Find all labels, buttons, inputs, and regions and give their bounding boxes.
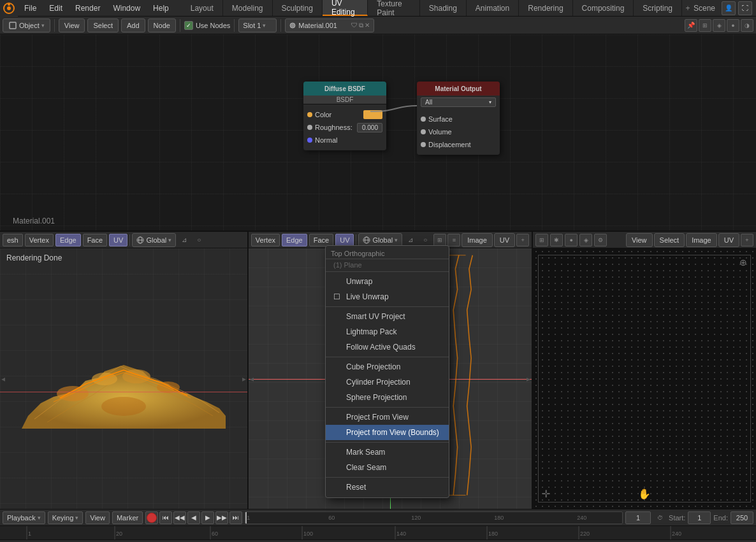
face-mode[interactable]: Face [83,234,107,246]
tab-rendering[interactable]: Rendering [519,0,572,16]
tex-tool5[interactable]: ⚙ [594,234,607,246]
uv-proportional-icon[interactable]: ○ [419,234,432,246]
tab-scripting[interactable]: Scripting [634,0,682,16]
play-back-button[interactable]: ◀ [187,511,200,524]
overlay-controls[interactable]: ⊞ [699,19,711,32]
shading-solid[interactable]: ● [727,19,739,32]
uv-grid-icon[interactable]: ⊞ [433,234,446,246]
uv-left-arrow[interactable]: ◂ [250,374,254,383]
menu-unwrap[interactable]: Unwrap [326,274,449,289]
edge-mode[interactable]: Edge [55,234,81,246]
texture-zoom-icon[interactable]: ⊕ [739,257,747,267]
roughness-value[interactable]: 0.000 [357,123,382,132]
play-forward-button[interactable]: ▶ [201,511,214,524]
tab-shading[interactable]: Shading [420,0,467,16]
playback-menu[interactable]: Playback ▾ [3,511,45,524]
add-workspace-button[interactable]: + [682,1,694,16]
tex-select-menu[interactable]: Select [654,233,685,247]
menu-help[interactable]: Help [147,0,175,16]
slot-dropdown[interactable]: Slot 1 ▾ [238,18,277,32]
menu-follow-quads[interactable]: Follow Active Quads [326,339,449,355]
tex-tool4[interactable]: ◈ [579,234,592,246]
tab-uvediting[interactable]: UV Editing [323,0,368,16]
timeline-view-menu[interactable]: View [85,511,110,524]
uv-snap-icon[interactable]: ⊿ [404,234,417,246]
uv-edge-mode[interactable]: Edge [282,234,307,246]
record-button[interactable] [145,511,158,524]
menu-render[interactable]: Render [69,0,106,16]
tab-modeling[interactable]: Modeling [223,0,273,16]
tex-tool2[interactable]: ✱ [550,234,563,246]
proportional-icon[interactable]: ○ [193,234,205,246]
texture-content[interactable]: ✋ ⊕ ✛ [533,248,756,509]
vertex-mode[interactable]: Vertex [25,234,54,246]
uv-vertex-mode[interactable]: Vertex [251,234,280,246]
material-copy-icon[interactable]: ⧉ [359,22,363,29]
use-nodes-checkbox[interactable]: ✓ Use Nodes [184,21,230,30]
marker-menu[interactable]: Marker [112,511,143,524]
expand-icon[interactable]: ⛶ [738,1,752,15]
uv-uv-menu[interactable]: UV [494,233,515,247]
tex-image-menu[interactable]: Image [686,233,717,247]
menu-clear-seam[interactable]: Clear Seam [326,460,449,475]
uv-mode[interactable]: UV [109,234,127,246]
shading-material[interactable]: ◑ [741,19,753,32]
step-forward-button[interactable]: ▶▶ [215,511,228,524]
mesh-select-esh[interactable]: esh [3,234,23,246]
current-frame-input[interactable]: 1 [625,511,651,524]
add-menu[interactable]: Add [121,18,145,32]
tab-texturepaint[interactable]: Texture Paint [368,0,419,16]
uv-face-mode[interactable]: Face [309,234,333,246]
xray-toggle[interactable]: ◈ [713,19,725,32]
uv-zoom-icon[interactable]: + [516,234,529,246]
menu-cube-proj[interactable]: Cube Projection [326,359,449,374]
menu-sphere-proj[interactable]: Sphere Projection [326,390,449,405]
material-close-icon[interactable]: ✕ [365,22,370,29]
uv-right-arrow[interactable]: ▸ [527,374,530,383]
keying-menu[interactable]: Keying ▾ [48,511,84,524]
uv-tools-icon[interactable]: ≡ [447,234,460,246]
mode-icon[interactable]: Object ▾ [3,18,50,32]
uv-uv-mode[interactable]: UV [335,234,354,246]
output-dropdown[interactable]: All ▾ [417,96,500,109]
jump-start-button[interactable]: ⏮ [159,511,172,524]
texture-nav-icon[interactable]: ✛ [542,488,550,500]
view-menu[interactable]: View [59,18,85,32]
menu-edit[interactable]: Edit [43,0,69,16]
viewport-left-content[interactable]: Rendering Done ◂ ▸ [0,248,247,509]
menu-file[interactable]: File [18,0,43,16]
step-back-button[interactable]: ◀◀ [173,511,186,524]
texture-pan-icon[interactable]: ✋ [638,488,651,500]
select-menu[interactable]: Select [87,18,119,32]
tab-animation[interactable]: Animation [467,0,519,16]
global-dropdown[interactable]: Global ▾ [132,233,176,247]
menu-smart-uv[interactable]: Smart UV Project [326,309,449,324]
start-value[interactable]: 1 [688,511,711,524]
menu-window[interactable]: Window [106,0,147,16]
tex-view-menu[interactable]: View [626,233,653,247]
tab-layout[interactable]: Layout [182,0,223,16]
menu-mark-seam[interactable]: Mark Seam [326,445,449,460]
menu-live-unwrap[interactable]: ☐ Live Unwrap [326,289,449,304]
snap-icon[interactable]: ⊿ [178,234,191,246]
node-menu[interactable]: Node [148,18,176,32]
tab-sculpting[interactable]: Sculpting [273,0,323,16]
tab-compositing[interactable]: Compositing [573,0,634,16]
jump-end-button[interactable]: ⏭ [229,511,242,524]
menu-lightmap[interactable]: Lightmap Pack [326,324,449,339]
menu-reset[interactable]: Reset [326,480,449,495]
pin-icon[interactable]: 📌 [685,19,697,32]
timeline-scrubber[interactable]: 1 60 120 180 240 [245,511,623,524]
tex-tool3[interactable]: ● [565,234,578,246]
user-prefs-icon[interactable]: 👤 [722,1,736,15]
material-slot[interactable]: Material.001 🛡 ⧉ ✕ [285,18,374,32]
end-value[interactable]: 250 [731,511,753,524]
color-value[interactable] [363,110,382,119]
menu-cylinder-proj[interactable]: Cylinder Projection [326,374,449,390]
app-logo[interactable] [0,0,18,17]
tex-uv-menu[interactable]: UV [718,233,739,247]
menu-project-view-bounds[interactable]: Project from View (Bounds) [326,425,449,440]
fps-icon[interactable]: ⏱ [653,511,666,524]
tex-expand-icon[interactable]: + [741,234,753,246]
left-edge-arrow[interactable]: ◂ [1,374,5,383]
